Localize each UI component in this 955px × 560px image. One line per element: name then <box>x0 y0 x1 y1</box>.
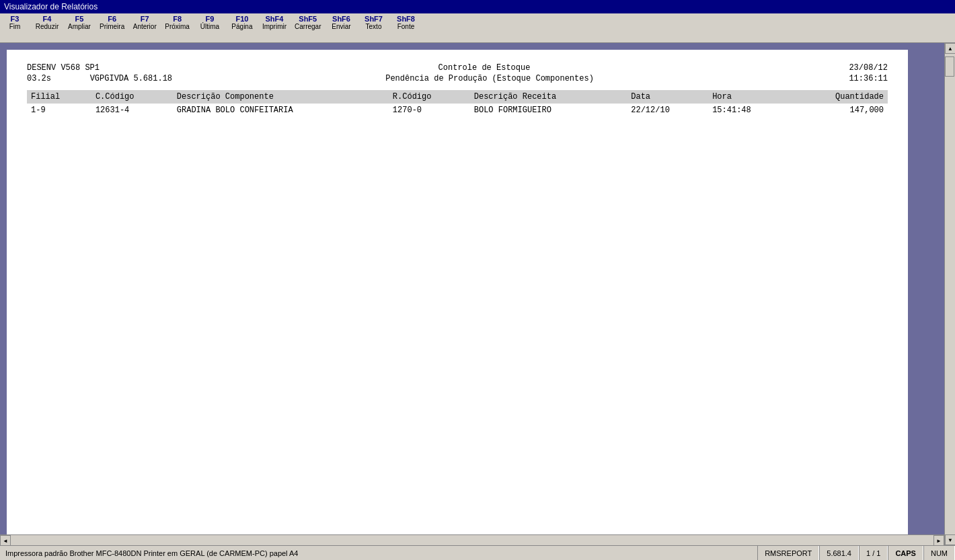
report-header-line2: 03.2s VGPGIVDA 5.681.18 Pendência de Pro… <box>27 74 888 83</box>
toolbar-item-shf8[interactable]: ShF8Fonte <box>394 15 418 30</box>
report-header-line1: DESENV V568 SP1 Controle de Estoque 23/0… <box>27 63 888 73</box>
report-paper: DESENV V568 SP1 Controle de Estoque 23/0… <box>7 50 908 534</box>
report-date: 23/08/12 <box>807 63 888 73</box>
vscrollbar[interactable]: ▲ ▼ <box>944 43 955 545</box>
toolbar-key-shf7: ShF7 <box>365 15 383 23</box>
report-table-header: Filial C.Código Descrição Componente R.C… <box>27 90 888 104</box>
vscrollbar-up-btn[interactable]: ▲ <box>945 43 955 54</box>
cell-descComp: GRADINA BOLO CONFEITARIA <box>173 104 389 117</box>
toolbar-label-f8: Próxima <box>165 23 190 30</box>
toolbar-item-f9[interactable]: F9Última <box>198 15 222 30</box>
table-row: 1-912631-4GRADINA BOLO CONFEITARIA1270-0… <box>27 104 888 117</box>
toolbar-key-shf8: ShF8 <box>397 15 415 23</box>
toolbar-item-f10[interactable]: F10Página <box>230 15 254 30</box>
report-time: 11:36:11 <box>807 74 888 83</box>
col-header-rcodigo: R.Código <box>389 90 470 104</box>
col-header-ccodigo: C.Código <box>91 90 173 104</box>
toolbar-item-shf4[interactable]: ShF4Imprimir <box>262 15 286 30</box>
status-caps: CAPS <box>888 546 923 560</box>
toolbar-key-f10: F10 <box>235 15 248 23</box>
hscrollbar[interactable]: ◀ ▶ <box>0 534 944 545</box>
status-num: NUM <box>923 546 955 560</box>
toolbar-key-f8: F8 <box>173 15 182 23</box>
toolbar: F3FimF4ReduzirF5AmpliarF6PrimeiraF7Anter… <box>0 13 955 43</box>
status-module: RMSREPORT <box>757 546 819 560</box>
toolbar-label-f5: Ampliar <box>68 23 91 30</box>
toolbar-key-f7: F7 <box>141 15 149 23</box>
cell-hora: 15:41:48 <box>708 104 790 117</box>
vscrollbar-down-btn[interactable]: ▼ <box>945 534 955 545</box>
title-bar-label: Visualizador de Relatórios <box>4 2 98 11</box>
toolbar-label-shf7: Texto <box>366 23 382 30</box>
report-scroll-area[interactable]: DESENV V568 SP1 Controle de Estoque 23/0… <box>0 43 944 534</box>
toolbar-key-shf6: ShF6 <box>332 15 350 23</box>
toolbar-item-f3[interactable]: F3Fim <box>3 15 27 30</box>
toolbar-item-f6[interactable]: F6Primeira <box>100 15 124 30</box>
toolbar-label-f10: Página <box>231 23 252 30</box>
col-header-filial: Filial <box>27 90 91 104</box>
hscrollbar-right-btn[interactable]: ▶ <box>933 535 944 545</box>
toolbar-label-shf8: Fonte <box>397 23 415 30</box>
toolbar-item-f5[interactable]: F5Ampliar <box>67 15 91 30</box>
title-bar: Visualizador de Relatórios <box>0 0 955 13</box>
toolbar-key-shf4: ShF4 <box>266 15 284 23</box>
hscrollbar-left-btn[interactable]: ◀ <box>0 535 11 545</box>
col-header-descReceita: Descrição Receita <box>470 90 627 104</box>
toolbar-label-f9: Última <box>200 23 219 30</box>
report-table: Filial C.Código Descrição Componente R.C… <box>27 90 888 117</box>
toolbar-label-f4: Reduzir <box>36 23 59 30</box>
toolbar-key-f6: F6 <box>108 15 116 23</box>
report-title-main: Controle de Estoque <box>161 63 807 73</box>
vscrollbar-thumb-area <box>945 54 955 534</box>
toolbar-item-f7[interactable]: F7Anterior <box>132 15 157 30</box>
cell-rcodigo: 1270-0 <box>389 104 470 117</box>
col-header-hora: Hora <box>708 90 790 104</box>
cell-data: 22/12/10 <box>627 104 708 117</box>
column-header-row: Filial C.Código Descrição Componente R.C… <box>27 90 888 104</box>
report-title-sub: Pendência de Produção (Estoque Component… <box>172 74 807 83</box>
toolbar-key-f9: F9 <box>206 15 215 23</box>
cell-filial: 1-9 <box>27 104 91 117</box>
report-container: DESENV V568 SP1 Controle de Estoque 23/0… <box>0 43 944 545</box>
cell-descReceita: BOLO FORMIGUEIRO <box>470 104 627 117</box>
toolbar-label-f3: Fim <box>9 23 21 30</box>
hscrollbar-thumb-area[interactable] <box>11 535 933 545</box>
toolbar-key-f4: F4 <box>43 15 52 23</box>
toolbar-item-shf5[interactable]: ShF5Carregar <box>295 15 321 30</box>
toolbar-item-shf7[interactable]: ShF7Texto <box>362 15 386 30</box>
toolbar-key-f5: F5 <box>75 15 84 23</box>
toolbar-key-f3: F3 <box>11 15 20 23</box>
toolbar-item-f4[interactable]: F4Reduzir <box>35 15 59 30</box>
status-printer: Impressora padrão Brother MFC-8480DN Pri… <box>0 549 757 557</box>
toolbar-key-shf5: ShF5 <box>299 15 317 23</box>
toolbar-label-shf6: Enviar <box>332 23 350 30</box>
status-version: 5.681.4 <box>819 546 859 560</box>
cell-ccodigo: 12631-4 <box>91 104 173 117</box>
toolbar-label-f7: Anterior <box>133 23 157 30</box>
report-timing-info: 03.2s VGPGIVDA 5.681.18 <box>27 74 172 83</box>
status-page: 1 / 1 <box>859 546 888 560</box>
toolbar-label-shf4: Imprimir <box>262 23 286 30</box>
col-header-data: Data <box>627 90 708 104</box>
report-table-body: 1-912631-4GRADINA BOLO CONFEITARIA1270-0… <box>27 104 888 117</box>
toolbar-item-shf6[interactable]: ShF6Enviar <box>330 15 354 30</box>
toolbar-label-f6: Primeira <box>100 23 124 30</box>
report-system-info: DESENV V568 SP1 <box>27 63 161 73</box>
main-area: DESENV V568 SP1 Controle de Estoque 23/0… <box>0 43 955 545</box>
status-bar: Impressora padrão Brother MFC-8480DN Pri… <box>0 545 955 560</box>
vscrollbar-thumb[interactable] <box>945 56 954 77</box>
toolbar-label-shf5: Carregar <box>295 23 321 30</box>
col-header-descComp: Descrição Componente <box>173 90 389 104</box>
toolbar-item-f8[interactable]: F8Próxima <box>165 15 190 30</box>
cell-quantidade: 147,000 <box>790 104 888 117</box>
col-header-quantidade: Quantidade <box>790 90 888 104</box>
